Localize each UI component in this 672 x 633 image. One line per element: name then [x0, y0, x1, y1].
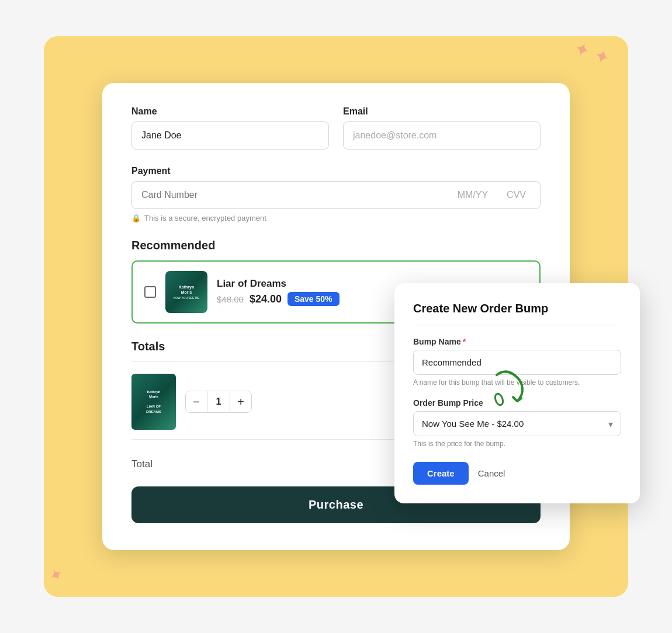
- modal-cancel-button[interactable]: Cancel: [478, 468, 505, 478]
- modal-title: Create New Order Bump: [413, 302, 621, 325]
- cvv-placeholder: CVV: [502, 190, 531, 200]
- modal-actions: Create Cancel: [413, 462, 621, 485]
- order-bump-price-help: This is the price for the bump.: [413, 440, 621, 448]
- name-group: Name: [131, 106, 329, 149]
- bump-name-required: *: [463, 337, 466, 346]
- outer-background: ✦ ✦ ✦ Name Email: [44, 36, 628, 597]
- secure-text-row: 🔒 This is a secure, encrypted payment: [131, 214, 541, 222]
- card-number-input[interactable]: [141, 190, 444, 200]
- bump-checkbox[interactable]: [144, 286, 156, 298]
- modal-create-button[interactable]: Create: [413, 462, 469, 485]
- total-book-text: KathrynMorisLIAR OFDREAMS: [146, 389, 161, 414]
- mmyy-placeholder: MM/YY: [453, 190, 493, 200]
- total-book-thumbnail: KathrynMorisLIAR OFDREAMS: [131, 374, 176, 430]
- email-group: Email: [343, 106, 541, 149]
- arrow-decoration: [491, 363, 538, 412]
- order-bump-price-select[interactable]: Now You See Me - $24.00 Liar of Dreams -…: [413, 411, 621, 436]
- deco-squiggle-bottom: ✦: [46, 564, 67, 587]
- book-title-small: NOW YOU SEE ME: [174, 296, 200, 300]
- quantity-control: − 1 +: [185, 391, 252, 413]
- main-card: Name Email Payment MM/YY CVV 🔒 T: [102, 83, 570, 550]
- bump-book-thumbnail: KathrynMoris NOW YOU SEE ME: [165, 271, 207, 313]
- secure-text-label: This is a secure, encrypted payment: [144, 214, 266, 222]
- price-discounted: $24.00: [250, 293, 282, 305]
- content-wrapper: Name Email Payment MM/YY CVV 🔒 T: [102, 83, 570, 550]
- bump-name-field-label: Bump Name*: [413, 337, 621, 346]
- qty-decrease-button[interactable]: −: [186, 391, 207, 412]
- payment-card: MM/YY CVV: [131, 181, 541, 209]
- deco-squiggle-top: ✦ ✦: [571, 36, 614, 69]
- lock-icon: 🔒: [131, 214, 141, 222]
- qty-value: 1: [207, 391, 230, 412]
- book-author-small: KathrynMoris: [179, 284, 194, 295]
- name-label: Name: [131, 106, 329, 117]
- price-original: $48.00: [217, 294, 244, 304]
- save-badge: Save 50%: [287, 292, 340, 306]
- payment-label: Payment: [131, 166, 541, 176]
- name-input[interactable]: [131, 121, 329, 149]
- total-label: Total: [131, 458, 153, 470]
- recommended-title: Recommended: [131, 239, 541, 252]
- payment-section: Payment MM/YY CVV 🔒 This is a secure, en…: [131, 166, 541, 222]
- email-input[interactable]: [343, 121, 541, 149]
- name-email-row: Name Email: [131, 106, 541, 149]
- email-label: Email: [343, 106, 541, 117]
- svg-point-0: [494, 393, 504, 406]
- order-bump-price-wrapper: Now You See Me - $24.00 Liar of Dreams -…: [413, 411, 621, 436]
- qty-increase-button[interactable]: +: [230, 391, 251, 412]
